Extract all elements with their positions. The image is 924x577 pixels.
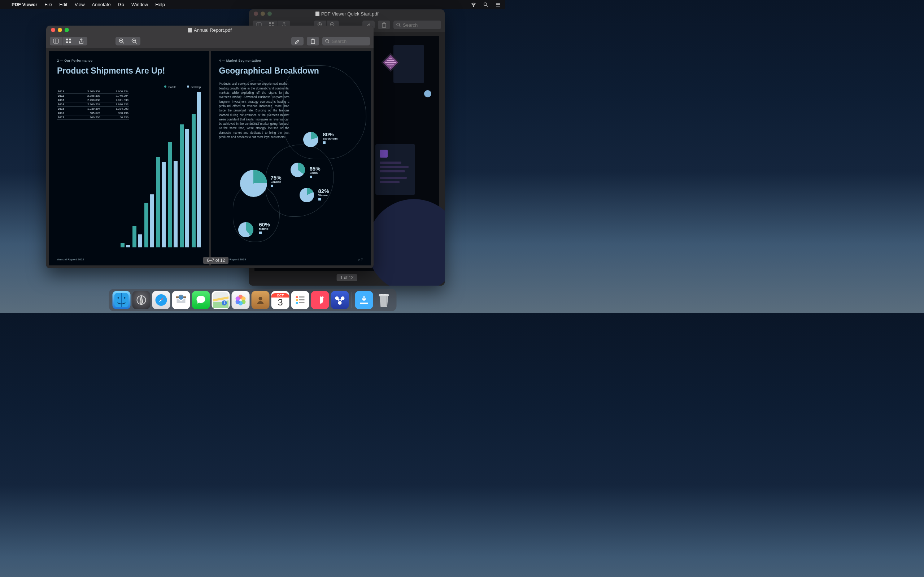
dock-trash-icon[interactable] xyxy=(375,291,393,309)
dock-maps-icon[interactable] xyxy=(212,291,230,309)
menu-edit[interactable]: Edit xyxy=(59,2,67,7)
svg-rect-15 xyxy=(69,42,71,43)
svg-rect-13 xyxy=(69,39,71,40)
svg-point-38 xyxy=(296,302,298,304)
rotate-button[interactable] xyxy=(378,21,390,29)
zoom-button[interactable] xyxy=(65,28,69,32)
bar-pair xyxy=(121,243,130,247)
svg-rect-9 xyxy=(382,23,386,27)
dock-messages-icon[interactable] xyxy=(192,291,210,309)
menu-help[interactable]: Help xyxy=(155,2,165,7)
page-footer: Annual Report 2019 xyxy=(57,258,84,261)
bar-pair xyxy=(168,142,178,247)
search-field[interactable] xyxy=(322,37,370,45)
dock-pdf-viewer-icon[interactable] xyxy=(331,291,349,309)
search-icon xyxy=(325,39,330,43)
menu-go[interactable]: Go xyxy=(118,2,124,7)
dock-downloads-icon[interactable] xyxy=(355,291,373,309)
toolbar xyxy=(46,34,373,48)
pie-berlin xyxy=(291,163,305,177)
legend-mobile: mobile xyxy=(164,85,176,89)
minimize-button[interactable] xyxy=(261,11,265,16)
document-viewport[interactable]: 2 — Our Performance Product Shipments Ar… xyxy=(46,48,373,268)
svg-rect-12 xyxy=(66,39,68,40)
menu-window[interactable]: Window xyxy=(131,2,148,7)
zoom-in-button[interactable] xyxy=(115,37,128,45)
page-indicator: 1 of 12 xyxy=(337,274,357,281)
dock-finder-icon[interactable] xyxy=(113,291,131,309)
thumbnails-button[interactable] xyxy=(63,37,75,45)
svg-point-0 xyxy=(473,6,473,6)
svg-point-36 xyxy=(296,296,298,298)
svg-rect-3 xyxy=(269,23,271,24)
bar-pair xyxy=(192,92,201,247)
dock-separator xyxy=(352,292,352,308)
svg-point-42 xyxy=(321,297,324,298)
app-menu[interactable]: PDF Viewer xyxy=(11,2,37,7)
data-table: 20113.100.3593.600.33420122.856.3022.746… xyxy=(57,89,129,120)
pie-label-berlin: 65% Berlin xyxy=(310,166,320,179)
menu-file[interactable]: File xyxy=(44,2,52,7)
spotlight-icon[interactable] xyxy=(483,2,489,8)
svg-point-19 xyxy=(326,39,328,42)
dock-contacts-icon[interactable] xyxy=(252,291,270,309)
close-button[interactable] xyxy=(254,11,258,16)
zoom-button[interactable] xyxy=(267,11,272,16)
svg-point-35 xyxy=(259,297,262,300)
svg-rect-39 xyxy=(299,297,305,298)
titlebar[interactable]: Annual Report.pdf xyxy=(46,26,373,34)
pie-label-london: 75% London xyxy=(271,174,281,188)
menu-view[interactable]: View xyxy=(75,2,85,7)
dock: OCT 3 xyxy=(109,289,397,311)
control-center-icon[interactable] xyxy=(495,2,501,8)
dock-safari-icon[interactable] xyxy=(152,291,170,309)
dock-mail-icon[interactable] xyxy=(172,291,190,309)
page-right: 4 — Market Segmentation Geographical Bre… xyxy=(211,51,371,266)
share-button[interactable] xyxy=(75,37,87,45)
section-label: 2 — Our Performance xyxy=(57,59,201,62)
svg-rect-18 xyxy=(311,40,315,44)
search-input[interactable] xyxy=(403,23,435,28)
svg-point-10 xyxy=(397,23,399,26)
calendar-day: 3 xyxy=(278,298,283,307)
svg-point-21 xyxy=(118,297,119,298)
zoom-out-button[interactable] xyxy=(128,37,141,45)
svg-point-1 xyxy=(484,3,487,5)
search-input[interactable] xyxy=(332,39,364,44)
dock-reminders-icon[interactable] xyxy=(291,291,309,309)
window-title: PDF Viewer Quick Start.pdf xyxy=(249,11,445,16)
map-europe xyxy=(211,51,371,266)
svg-point-37 xyxy=(296,299,298,301)
dock-calendar-icon[interactable]: OCT 3 xyxy=(271,291,289,309)
svg-rect-11 xyxy=(53,39,58,43)
bar-pair xyxy=(180,124,189,247)
wifi-icon[interactable] xyxy=(471,2,477,8)
menu-annotate[interactable]: Annotate xyxy=(92,2,111,7)
pie-stockholm xyxy=(303,132,318,147)
rotate-button[interactable] xyxy=(307,37,319,45)
window-title: Annual Report.pdf xyxy=(46,27,373,33)
bar-chart xyxy=(120,102,202,247)
pie-london xyxy=(240,170,267,197)
dock-photos-icon[interactable] xyxy=(232,291,250,309)
pie-label-madrid: 60% Madrid xyxy=(259,221,270,235)
page-indicator: 6–7 of 12 xyxy=(203,257,228,264)
bar-pair xyxy=(144,194,154,247)
page-left: 2 — Our Performance Product Shipments Ar… xyxy=(49,51,209,266)
search-field[interactable] xyxy=(393,21,441,29)
svg-point-34 xyxy=(236,297,240,301)
svg-point-22 xyxy=(124,297,126,298)
dock-launchpad-icon[interactable] xyxy=(132,291,150,309)
titlebar[interactable]: PDF Viewer Quick Start.pdf xyxy=(249,10,445,18)
document-icon xyxy=(315,11,320,16)
minimize-button[interactable] xyxy=(58,28,62,32)
close-button[interactable] xyxy=(51,28,55,32)
svg-rect-14 xyxy=(66,42,68,43)
svg-rect-4 xyxy=(272,23,274,24)
sidebar-toggle-button[interactable] xyxy=(50,37,62,45)
window-annual-report[interactable]: Annual Report.pdf 2 — Our Performance Pr… xyxy=(46,26,373,268)
page-footer-right: p. 7 xyxy=(358,258,363,261)
markup-button[interactable] xyxy=(291,37,304,45)
pie-label-stockholm: 80% Stockholm xyxy=(323,131,338,145)
dock-bear-icon[interactable] xyxy=(311,291,329,309)
